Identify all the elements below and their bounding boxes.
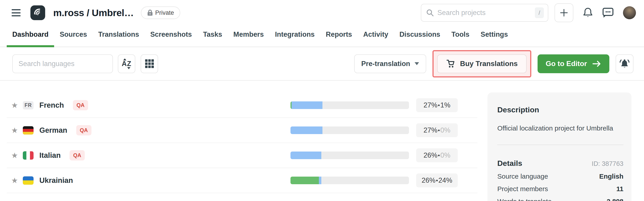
panel-divider <box>497 145 624 145</box>
percent-separator: • <box>438 127 440 134</box>
language-row-ukrainian[interactable]: ★ Ukrainian 26% • 24% <box>7 168 478 193</box>
description-text: Official localization project for Umbrel… <box>497 124 624 132</box>
tab-sources[interactable]: Sources <box>54 26 92 47</box>
crowdin-logo[interactable] <box>30 5 45 20</box>
qa-issues-badge[interactable]: QA <box>76 125 92 135</box>
translation-progress-bar <box>290 101 409 109</box>
translated-percent: 26% <box>424 151 438 159</box>
star-icon[interactable]: ★ <box>11 151 23 160</box>
detail-value: 2 898 <box>607 198 624 201</box>
translation-progress-bar <box>290 126 409 134</box>
language-name[interactable]: German <box>39 126 67 134</box>
language-row-german[interactable]: ★ German QA 27% • 0% <box>7 118 478 143</box>
translated-segment <box>290 126 322 134</box>
project-search-input[interactable] <box>438 9 531 17</box>
privacy-badge: Private <box>141 7 180 19</box>
arrow-right-icon <box>592 60 601 67</box>
language-name[interactable]: Italian <box>39 151 60 160</box>
tab-tasks[interactable]: Tasks <box>198 26 228 47</box>
tab-settings[interactable]: Settings <box>475 26 514 47</box>
language-row-italian[interactable]: ★ Italian QA 26% • 0% <box>7 143 478 168</box>
search-shortcut-key: / <box>535 8 544 18</box>
progress-percent-badge[interactable]: 27% • 1% <box>416 98 458 112</box>
qa-issues-badge[interactable]: QA <box>70 150 85 160</box>
details-header: Details ID: 387763 <box>497 159 624 168</box>
grid-view-button[interactable] <box>141 54 158 73</box>
translation-progress-bar <box>290 151 409 159</box>
translation-progress-bar <box>290 177 409 184</box>
translated-segment <box>290 151 321 159</box>
row-progress-group: 26% • 0% <box>290 148 478 162</box>
create-project-button[interactable] <box>554 3 573 22</box>
tab-screenshots[interactable]: Screenshots <box>145 26 198 47</box>
description-title: Description <box>497 105 624 114</box>
buy-translations-button[interactable]: Buy Translations <box>437 54 526 73</box>
language-search-input[interactable] <box>12 54 113 73</box>
dashboard-main: ★ FR French QA 27% • 1% ★ German QA <box>0 81 644 201</box>
details-title: Details <box>497 159 522 168</box>
row-progress-group: 27% • 1% <box>290 98 478 112</box>
language-name[interactable]: French <box>39 101 64 109</box>
project-search[interactable]: / <box>421 4 548 22</box>
percent-separator: • <box>438 152 440 159</box>
dashboard-toolbar: AZ Pre-translation Buy Translations Go t… <box>0 47 644 81</box>
tab-tools[interactable]: Tools <box>446 26 475 47</box>
tab-reports[interactable]: Reports <box>320 26 358 47</box>
tab-dashboard[interactable]: Dashboard <box>7 26 54 47</box>
privacy-label: Private <box>155 10 174 16</box>
project-id: ID: 387763 <box>592 160 624 167</box>
detail-label: Project members <box>497 185 548 193</box>
translated-percent: 26% <box>422 176 435 184</box>
percent-separator: • <box>438 102 440 109</box>
ringing-bell-icon <box>619 59 630 69</box>
progress-percent-badge[interactable]: 26% • 24% <box>416 173 458 187</box>
sort-alphabetical-button[interactable]: AZ <box>118 54 135 73</box>
project-title: m.ross / Umbrel… <box>53 8 134 18</box>
progress-percent-badge[interactable]: 27% • 0% <box>416 123 458 137</box>
chevron-down-icon <box>414 62 419 65</box>
announcements-button[interactable] <box>616 54 634 73</box>
flag-italian <box>23 151 34 160</box>
progress-percent-badge[interactable]: 26% • 0% <box>416 148 458 162</box>
tab-translations[interactable]: Translations <box>92 26 145 47</box>
pre-translation-dropdown[interactable]: Pre-translation <box>354 54 426 73</box>
language-name[interactable]: Ukrainian <box>39 176 73 185</box>
pre-translation-label: Pre-translation <box>361 60 410 68</box>
plus-icon <box>560 9 568 17</box>
buy-translations-highlight: Buy Translations <box>432 50 531 77</box>
row-progress-group: 27% • 0% <box>290 123 478 137</box>
cart-icon <box>446 59 455 68</box>
hamburger-menu-icon[interactable] <box>12 9 20 16</box>
approved-percent: 1% <box>440 101 450 109</box>
translated-percent: 27% <box>424 126 438 134</box>
flag-ukrainian <box>23 176 34 185</box>
percent-separator: • <box>436 177 438 184</box>
user-avatar[interactable] <box>623 6 636 19</box>
approved-percent: 24% <box>438 176 452 184</box>
sort-down-arrow-icon <box>127 67 130 69</box>
flag-german <box>23 126 34 134</box>
lock-icon <box>147 10 153 16</box>
notifications-button[interactable] <box>583 7 593 18</box>
star-icon[interactable]: ★ <box>11 101 23 110</box>
go-to-editor-label: Go to Editor <box>546 60 587 68</box>
go-to-editor-button[interactable]: Go to Editor <box>538 54 609 73</box>
qa-issues-badge[interactable]: QA <box>73 100 88 110</box>
project-info-panel: Description Official localization projec… <box>488 92 632 201</box>
row-progress-group: 26% • 24% <box>290 173 478 187</box>
approved-percent: 0% <box>440 151 450 159</box>
project-tabs: Dashboard Sources Translations Screensho… <box>0 26 644 47</box>
star-icon[interactable]: ★ <box>11 126 23 135</box>
language-row-french[interactable]: ★ FR French QA 27% • 1% <box>7 93 478 118</box>
messages-button[interactable] <box>602 8 614 18</box>
tab-members[interactable]: Members <box>228 26 270 47</box>
tab-integrations[interactable]: Integrations <box>270 26 320 47</box>
star-icon[interactable]: ★ <box>11 176 23 185</box>
tab-discussions[interactable]: Discussions <box>394 26 446 47</box>
top-header: m.ross / Umbrel… Private / <box>0 0 644 26</box>
detail-value: English <box>599 172 624 180</box>
search-icon <box>426 9 434 17</box>
tab-activity[interactable]: Activity <box>358 26 394 47</box>
detail-row-source-language: Source language English <box>497 172 624 180</box>
buy-translations-label: Buy Translations <box>460 60 518 68</box>
